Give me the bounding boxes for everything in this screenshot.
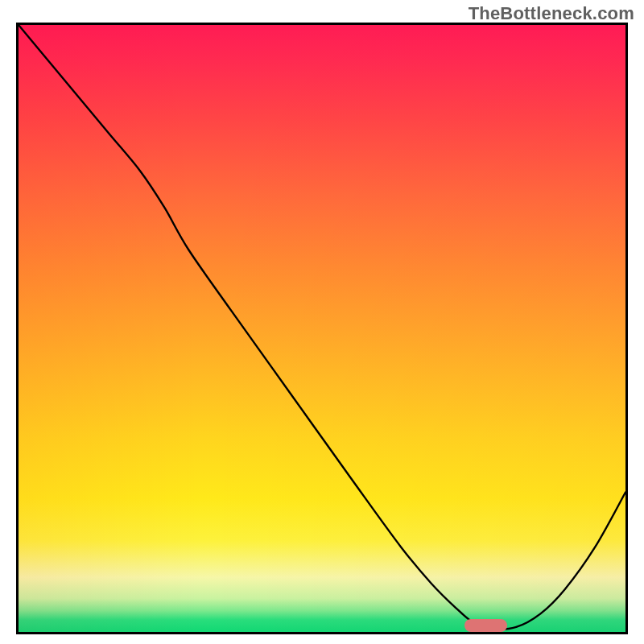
plot-area [16,23,628,634]
bottleneck-curve [19,25,625,632]
optimal-zone-marker [464,619,507,632]
watermark-text: TheBottleneck.com [469,3,634,24]
chart-frame: TheBottleneck.com [0,0,644,644]
